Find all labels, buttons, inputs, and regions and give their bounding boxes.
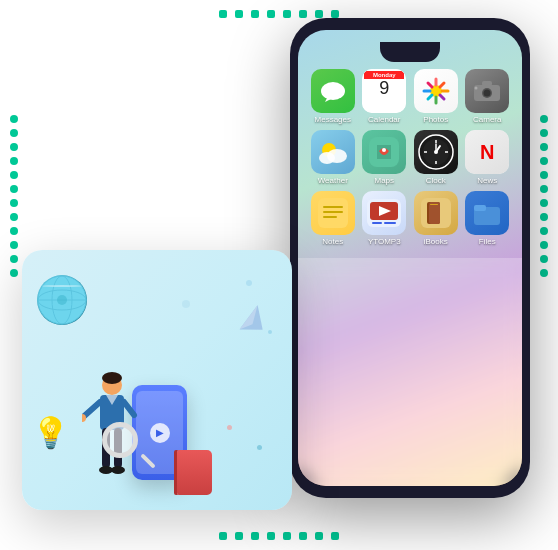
- globe-icon: [37, 275, 87, 325]
- app-label-news: News: [477, 176, 497, 185]
- dash-dot: [540, 171, 548, 179]
- dash-dot: [540, 129, 548, 137]
- svg-line-7: [428, 83, 432, 87]
- dash-dot: [540, 269, 548, 277]
- scatter-dot: [246, 280, 252, 286]
- app-icon-files[interactable]: Files: [465, 191, 511, 246]
- dash-square: [267, 10, 275, 18]
- dash-dot: [540, 115, 548, 123]
- scene-container: Messages Monday 9 Calendar: [0, 0, 558, 550]
- app-icon-notes[interactable]: Notes: [310, 191, 356, 246]
- svg-point-18: [319, 152, 335, 164]
- dash-square: [283, 532, 291, 540]
- dash-square: [299, 532, 307, 540]
- app-label-files: Files: [479, 237, 496, 246]
- book-icon: [177, 450, 212, 495]
- app-icon-calendar[interactable]: Monday 9 Calendar: [362, 69, 408, 124]
- dash-dot: [10, 143, 18, 151]
- svg-point-13: [484, 90, 491, 97]
- app-label-messages: Messages: [315, 115, 351, 124]
- left-dashed-border: [8, 115, 20, 435]
- bottom-dashes: [219, 532, 339, 540]
- magnifier-circle: [102, 422, 138, 458]
- svg-point-15: [475, 87, 478, 90]
- dash-square: [235, 532, 243, 540]
- phone-blur-overlay: [298, 258, 522, 486]
- app-label-maps: Maps: [374, 176, 394, 185]
- dash-dot: [10, 269, 18, 277]
- app-icon-messages[interactable]: Messages: [310, 69, 356, 124]
- app-icon-camera[interactable]: Camera: [465, 69, 511, 124]
- svg-rect-42: [430, 204, 438, 205]
- lightbulb-icon: 💡: [32, 415, 69, 450]
- dash-dot: [540, 241, 548, 249]
- svg-rect-44: [474, 205, 486, 211]
- app-icon-maps[interactable]: Maps: [362, 130, 408, 185]
- app-label-weather: Weather: [318, 176, 348, 185]
- svg-rect-37: [372, 222, 382, 224]
- svg-marker-1: [325, 98, 333, 102]
- dash-square: [219, 10, 227, 18]
- app-icon-img-notes: [311, 191, 355, 235]
- svg-point-49: [57, 295, 67, 305]
- dash-square: [315, 532, 323, 540]
- svg-point-29: [434, 150, 438, 154]
- dash-dot: [10, 213, 18, 221]
- svg-rect-38: [384, 222, 396, 224]
- app-icon-clock[interactable]: Clock: [413, 130, 459, 185]
- dash-dot: [10, 115, 18, 123]
- illustration-inner: 💡 ▶: [22, 250, 292, 510]
- dash-dot: [10, 171, 18, 179]
- right-dashed-border: [538, 115, 550, 435]
- app-icon-ibooks[interactable]: iBooks: [413, 191, 459, 246]
- svg-line-8: [440, 95, 444, 99]
- dash-dot: [540, 185, 548, 193]
- scatter-dot: [182, 300, 190, 308]
- app-icon-news[interactable]: N News: [465, 130, 511, 185]
- top-dashes: [219, 10, 339, 18]
- dash-square: [299, 10, 307, 18]
- phone-frame: Messages Monday 9 Calendar: [290, 18, 530, 498]
- dash-square: [235, 10, 243, 18]
- app-icon-weather[interactable]: Weather: [310, 130, 356, 185]
- svg-point-20: [382, 148, 386, 152]
- svg-rect-14: [482, 81, 492, 86]
- dash-square: [331, 532, 339, 540]
- phone-screen: Messages Monday 9 Calendar: [298, 30, 522, 486]
- svg-rect-31: [323, 206, 343, 208]
- app-label-ibooks: iBooks: [424, 237, 448, 246]
- dash-square: [331, 10, 339, 18]
- app-icon-img-weather: [311, 130, 355, 174]
- svg-point-0: [321, 82, 345, 100]
- dash-dot: [10, 199, 18, 207]
- app-icon-img-files: [465, 191, 509, 235]
- svg-point-53: [102, 372, 122, 384]
- app-label-photos: Photos: [423, 115, 448, 124]
- dash-dot: [540, 143, 548, 151]
- play-button-icon: ▶: [150, 423, 170, 443]
- app-label-calendar: Calendar: [368, 115, 400, 124]
- ios-app-grid: Messages Monday 9 Calendar: [306, 65, 514, 250]
- dash-dot: [10, 255, 18, 263]
- dash-dot: [10, 227, 18, 235]
- app-icon-photos[interactable]: Photos: [413, 69, 459, 124]
- illustration-card: 💡 ▶: [22, 250, 292, 510]
- svg-rect-32: [323, 211, 343, 213]
- app-icon-img-photos: [414, 69, 458, 113]
- dash-square: [283, 10, 291, 18]
- dash-square: [251, 532, 259, 540]
- dash-dot: [10, 157, 18, 165]
- app-icon-img-camera: [465, 69, 509, 113]
- dash-dot: [10, 241, 18, 249]
- dash-square: [251, 10, 259, 18]
- scatter-dot: [227, 425, 232, 430]
- dash-dot: [10, 185, 18, 193]
- svg-line-56: [124, 402, 134, 415]
- scatter-dot: [257, 445, 262, 450]
- dash-dot: [10, 129, 18, 137]
- app-icon-ytomp3[interactable]: YTOMP3: [362, 191, 408, 246]
- svg-line-9: [440, 83, 444, 87]
- app-icon-img-calendar: Monday 9: [362, 69, 406, 113]
- dash-square: [219, 532, 227, 540]
- app-icon-img-ibooks: [414, 191, 458, 235]
